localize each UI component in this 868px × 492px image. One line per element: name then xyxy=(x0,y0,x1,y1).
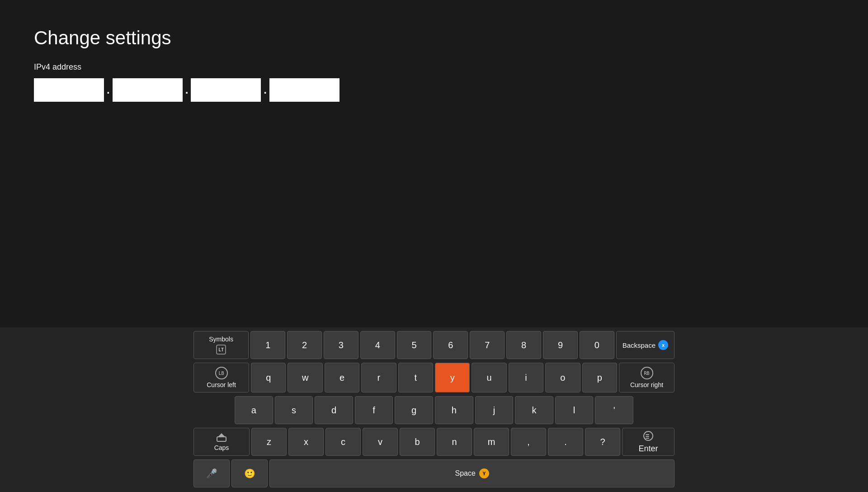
key-l[interactable]: l xyxy=(555,396,594,424)
cursor-left-key[interactable]: LB Cursor left xyxy=(193,363,249,393)
key-k[interactable]: k xyxy=(515,396,553,424)
enter-key[interactable]: Enter xyxy=(622,428,675,456)
emoji-icon: 🙂 xyxy=(244,468,255,479)
key-1[interactable]: 1 xyxy=(250,331,285,359)
key-4[interactable]: 4 xyxy=(360,331,395,359)
key-r[interactable]: r xyxy=(361,363,396,393)
keyboard-row-numbers: Symbols LT 1 2 3 4 5 6 7 8 9 0 Backspace… xyxy=(193,330,675,360)
key-n[interactable]: n xyxy=(437,428,472,456)
key-o[interactable]: o xyxy=(545,363,580,393)
emoji-key[interactable]: 🙂 xyxy=(231,459,268,487)
key-7[interactable]: 7 xyxy=(470,331,505,359)
cursor-right-key[interactable]: RB Cursor right xyxy=(619,363,675,393)
key-2[interactable]: 2 xyxy=(287,331,322,359)
key-period[interactable]: . xyxy=(548,428,583,456)
ip-segment-4[interactable] xyxy=(269,78,340,102)
key-c[interactable]: c xyxy=(326,428,361,456)
key-p[interactable]: p xyxy=(582,363,617,393)
key-f[interactable]: f xyxy=(355,396,393,424)
caps-key[interactable]: Caps xyxy=(193,428,250,456)
enter-label: Enter xyxy=(638,444,658,454)
cursor-right-label: Cursor right xyxy=(630,381,663,388)
mic-key[interactable]: 🎤 xyxy=(193,459,230,487)
cursor-left-label: Cursor left xyxy=(207,381,236,388)
key-t[interactable]: t xyxy=(398,363,433,393)
key-3[interactable]: 3 xyxy=(324,331,359,359)
key-a[interactable]: a xyxy=(235,396,273,424)
lb-icon: LB xyxy=(215,367,228,379)
backspace-label: Backspace xyxy=(623,341,656,349)
key-9[interactable]: 9 xyxy=(543,331,578,359)
key-q[interactable]: q xyxy=(251,363,286,393)
enter-icon xyxy=(643,430,654,441)
field-label: IPv4 address xyxy=(34,62,834,72)
ip-segment-3[interactable] xyxy=(191,78,261,102)
key-z[interactable]: z xyxy=(251,428,287,456)
key-6[interactable]: 6 xyxy=(433,331,468,359)
key-e[interactable]: e xyxy=(325,363,359,393)
caps-label: Caps xyxy=(214,444,229,451)
key-g[interactable]: g xyxy=(395,396,433,424)
backspace-key[interactable]: Backspace x xyxy=(616,331,675,359)
keyboard-row-zxcv: Caps z x c v b n m , . ? xyxy=(193,427,675,457)
symbols-label: Symbols xyxy=(209,336,233,343)
key-s[interactable]: s xyxy=(275,396,313,424)
keyboard-row-qwerty: LB Cursor left q w e r t y u i o p RB Cu… xyxy=(193,362,675,393)
caps-icon xyxy=(215,432,228,442)
key-y[interactable]: y xyxy=(435,363,470,393)
lt-badge: LT xyxy=(216,345,226,355)
ip-dot-2: . xyxy=(183,84,191,96)
key-w[interactable]: w xyxy=(288,363,322,393)
ip-dot-1: . xyxy=(104,84,113,96)
space-key[interactable]: Space Y xyxy=(269,459,675,487)
key-d[interactable]: d xyxy=(315,396,353,424)
svg-rect-4 xyxy=(646,438,649,439)
keyboard-row-space: 🎤 🙂 Space Y xyxy=(193,459,675,488)
svg-rect-3 xyxy=(646,436,649,437)
key-0[interactable]: 0 xyxy=(580,331,614,359)
space-label: Space xyxy=(455,469,475,478)
x-badge: x xyxy=(658,340,668,350)
y-badge: Y xyxy=(479,468,489,478)
svg-rect-0 xyxy=(217,437,226,441)
key-apostrophe[interactable]: ' xyxy=(595,396,633,424)
key-h[interactable]: h xyxy=(435,396,473,424)
virtual-keyboard: Symbols LT 1 2 3 4 5 6 7 8 9 0 Backspace… xyxy=(0,327,868,492)
key-v[interactable]: v xyxy=(363,428,398,456)
content-area: Change settings IPv4 address . . . xyxy=(0,0,868,129)
key-5[interactable]: 5 xyxy=(397,331,432,359)
key-question[interactable]: ? xyxy=(585,428,620,456)
ip-segment-2[interactable] xyxy=(113,78,183,102)
key-x[interactable]: x xyxy=(288,428,324,456)
key-m[interactable]: m xyxy=(474,428,509,456)
key-8[interactable]: 8 xyxy=(506,331,541,359)
page-title: Change settings xyxy=(34,27,834,49)
key-b[interactable]: b xyxy=(400,428,435,456)
svg-rect-2 xyxy=(646,434,649,435)
ipv4-input-row: . . . xyxy=(34,78,834,102)
symbols-key[interactable]: Symbols LT xyxy=(193,331,249,359)
keyboard-row-asdf: a s d f g h j k l ' xyxy=(193,395,675,425)
key-i[interactable]: i xyxy=(509,363,543,393)
key-comma[interactable]: , xyxy=(511,428,546,456)
ip-dot-3: . xyxy=(261,84,269,96)
rb-icon: RB xyxy=(641,367,653,379)
ip-segment-1[interactable] xyxy=(34,78,104,102)
mic-icon: 🎤 xyxy=(206,468,217,479)
key-u[interactable]: u xyxy=(472,363,506,393)
key-j[interactable]: j xyxy=(475,396,514,424)
